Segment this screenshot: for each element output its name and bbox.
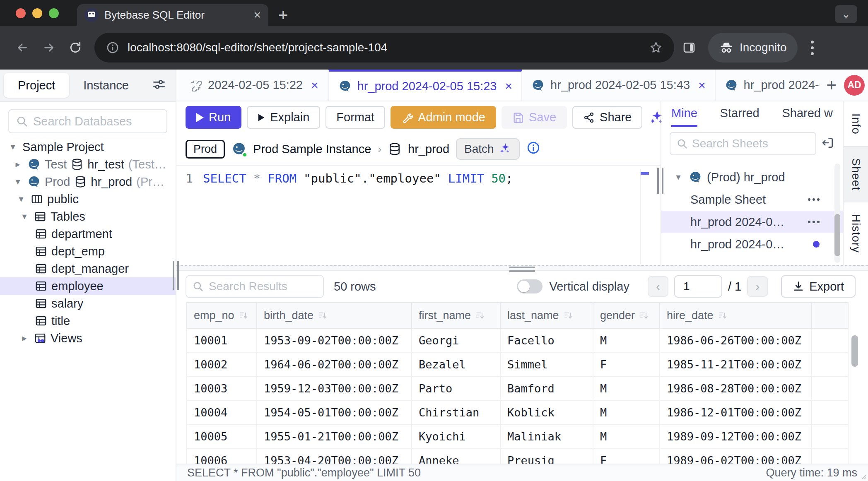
caret-down-icon[interactable]: ▾ — [12, 176, 23, 187]
search-databases-input[interactable] — [33, 115, 160, 128]
collapse-panel-icon[interactable] — [821, 136, 834, 151]
page-number-input[interactable] — [674, 275, 722, 298]
run-button[interactable]: Run — [186, 106, 241, 129]
filter-sliders-icon[interactable] — [152, 77, 166, 93]
sidebar-resize-handle[interactable] — [173, 261, 179, 290]
tab-project[interactable]: Project — [4, 73, 69, 98]
tab-starred[interactable]: Starred — [720, 106, 760, 127]
table-cell[interactable]: 1986-12-01T00:00:00Z — [660, 400, 812, 424]
table-cell[interactable]: M — [593, 376, 660, 400]
window-resize-grip[interactable] — [856, 469, 867, 480]
results-scrollbar[interactable] — [851, 335, 858, 464]
table-cell[interactable]: Simmel — [500, 352, 593, 376]
database-search-box[interactable] — [8, 109, 167, 133]
close-window-button[interactable] — [16, 8, 26, 18]
tree-item-table-dept-manager[interactable]: dept_manager — [0, 260, 176, 277]
scrollbar-thumb[interactable] — [851, 335, 858, 367]
table-cell[interactable]: Chirstian — [412, 400, 500, 424]
tree-item-hr-test[interactable]: ▸ Test hr_test (Test… — [0, 156, 176, 173]
caret-down-icon[interactable]: ▾ — [16, 194, 27, 204]
admin-mode-button[interactable]: Admin mode — [391, 106, 496, 129]
sql-editor[interactable]: 1 SELECT * FROM "public"."employee" LIMI… — [176, 166, 661, 185]
table-cell[interactable]: Bamford — [500, 376, 593, 400]
explain-button[interactable]: Explain — [247, 106, 320, 129]
sheet-item[interactable]: hr_prod 2024-0… — [661, 255, 843, 261]
sort-icon[interactable] — [563, 310, 573, 320]
table-cell[interactable]: 10005 — [187, 424, 257, 448]
tree-item-project[interactable]: ▾ Sample Project — [0, 138, 176, 156]
vertical-display-toggle[interactable] — [517, 279, 542, 293]
maximize-window-button[interactable] — [49, 8, 59, 18]
share-button[interactable]: Share — [572, 106, 642, 129]
column-header-first-name[interactable]: first_name — [412, 303, 500, 328]
table-cell[interactable]: Anneke — [412, 448, 500, 464]
table-cell[interactable]: F — [593, 448, 660, 464]
export-button[interactable]: Export — [781, 275, 856, 298]
table-cell[interactable]: Preusig — [500, 448, 593, 464]
bookmark-star-icon[interactable] — [649, 41, 663, 54]
url-text[interactable]: localhost:8080/sql-editor/sheet/project-… — [128, 41, 641, 54]
table-cell[interactable]: 10002 — [187, 352, 257, 376]
caret-right-icon[interactable]: ▸ — [19, 333, 30, 344]
close-tab-icon[interactable]: × — [503, 79, 513, 93]
sort-icon[interactable] — [318, 310, 328, 320]
sheet-menu-icon[interactable] — [808, 221, 820, 223]
table-cell[interactable]: 1955-01-21T00:00:00Z — [257, 424, 412, 448]
table-cell[interactable]: M — [593, 328, 660, 352]
results-search-box[interactable] — [186, 275, 324, 298]
table-cell[interactable]: Georgi — [412, 328, 500, 352]
close-tab-icon[interactable]: × — [309, 78, 318, 92]
table-cell[interactable]: 1985-11-21T00:00:00Z — [660, 352, 812, 376]
tree-item-table-department[interactable]: department — [0, 225, 176, 243]
new-sheet-tab-button[interactable]: + — [820, 75, 843, 95]
table-cell[interactable]: 1953-04-20T00:00:00Z — [257, 448, 412, 464]
tree-item-table-employee[interactable]: employee — [0, 277, 176, 295]
scrollbar-thumb[interactable] — [834, 214, 840, 256]
table-cell[interactable]: 1954-05-01T00:00:00Z — [257, 400, 412, 424]
column-header-birth-date[interactable]: birth_date — [257, 303, 412, 328]
tab-search-chevron-button[interactable]: ⌄ — [835, 5, 857, 23]
rail-tab-info[interactable]: Info — [844, 101, 868, 146]
new-browser-tab-button[interactable]: + — [278, 7, 288, 23]
connection-info-icon[interactable] — [526, 141, 540, 158]
table-cell[interactable]: 1989-09-12T00:00:00Z — [660, 424, 812, 448]
table-cell[interactable]: 10004 — [187, 400, 257, 424]
sheet-item[interactable]: hr_prod 2024-0… — [661, 233, 843, 255]
back-button[interactable] — [11, 36, 34, 59]
table-cell[interactable]: F — [593, 352, 660, 376]
address-bar[interactable]: localhost:8080/sql-editor/sheet/project-… — [94, 33, 674, 63]
column-header-hire-date[interactable]: hire_date — [660, 303, 812, 328]
tab-shared-with-me[interactable]: Shared w — [782, 106, 833, 127]
sort-icon[interactable] — [239, 310, 248, 320]
minimize-window-button[interactable] — [32, 8, 42, 18]
editor-tab-active[interactable]: hr_prod 2024-02-05 15:23 × — [328, 70, 523, 101]
tree-item-tables-group[interactable]: ▾ Tables — [0, 208, 176, 225]
tree-item-table-salary[interactable]: salary — [0, 295, 176, 312]
table-cell[interactable]: Bezalel — [412, 352, 500, 376]
tab-instance[interactable]: Instance — [69, 73, 143, 98]
column-header-gender[interactable]: gender — [593, 303, 660, 328]
sort-icon[interactable] — [718, 310, 728, 320]
table-cell[interactable]: 1959-12-03T00:00:00Z — [257, 376, 412, 400]
table-cell[interactable]: M — [593, 400, 660, 424]
results-divider[interactable] — [176, 265, 868, 271]
sheet-group-hr-prod[interactable]: ▾ (Prod) hr_prod — [661, 166, 843, 188]
table-cell[interactable]: 1953-09-02T00:00:00Z — [257, 328, 412, 352]
save-button[interactable]: Save — [502, 106, 567, 129]
table-cell[interactable]: 1986-06-26T00:00:00Z — [660, 328, 812, 352]
table-cell[interactable]: 1964-06-02T00:00:00Z — [257, 352, 412, 376]
close-tab-icon[interactable]: × — [253, 9, 261, 21]
table-cell[interactable]: 1986-08-28T00:00:00Z — [660, 376, 812, 400]
instance-name[interactable]: Prod Sample Instance — [253, 142, 371, 156]
tree-item-table-title[interactable]: title — [0, 312, 176, 329]
table-cell[interactable]: 10001 — [187, 328, 257, 352]
tree-item-views-group[interactable]: ▸ Views — [0, 329, 176, 347]
database-name[interactable]: hr_prod — [408, 142, 449, 156]
column-header-emp-no[interactable]: emp_no — [187, 303, 257, 328]
browser-menu-button[interactable] — [804, 41, 821, 55]
batch-button[interactable]: Batch — [456, 138, 520, 160]
reload-button[interactable] — [64, 36, 87, 59]
next-page-button[interactable]: › — [747, 276, 768, 297]
format-button[interactable]: Format — [326, 106, 385, 129]
tree-item-schema-public[interactable]: ▾ public — [0, 190, 176, 208]
